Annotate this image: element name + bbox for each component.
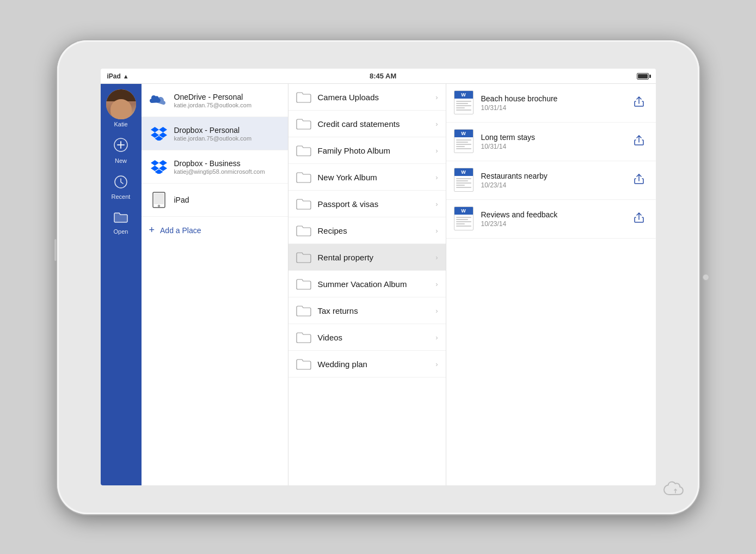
file-info: Long term stays 10/31/14 xyxy=(481,133,630,150)
share-button[interactable] xyxy=(630,210,648,228)
folder-item-videos[interactable]: Videos › xyxy=(288,324,446,351)
chevron-icon: › xyxy=(435,253,438,261)
file-info: Beach house brochure 10/31/14 xyxy=(481,94,630,112)
folder-name: Tax returns xyxy=(318,306,436,315)
chevron-icon: › xyxy=(435,93,438,101)
folder-icon xyxy=(296,278,311,290)
app-area: Katie New xyxy=(101,84,656,485)
sidebar-item-recent[interactable]: Recent xyxy=(101,169,142,205)
folder-item-passport[interactable]: Passport & visas › xyxy=(288,191,446,217)
share-button[interactable] xyxy=(630,133,648,151)
time-display: 8:45 AM xyxy=(370,72,396,80)
file-icon: W xyxy=(454,206,475,232)
home-button[interactable] xyxy=(703,274,709,281)
file-item-restaurants[interactable]: W Restaurants nearby 10/23/14 xyxy=(446,161,656,200)
file-name: Restaurants nearby xyxy=(481,172,630,180)
wifi-icon: ▲ xyxy=(123,73,129,80)
dropbox-business-icon xyxy=(149,157,169,176)
folder-item-wedding[interactable]: Wedding plan › xyxy=(288,351,446,378)
word-header: W xyxy=(454,91,473,99)
folder-name: Rental property xyxy=(318,253,436,262)
open-label: Open xyxy=(114,228,128,235)
onedrive-name: OneDrive - Personal xyxy=(174,93,280,101)
dropbox-personal-icon xyxy=(149,124,169,143)
sidebar-item-new[interactable]: New xyxy=(101,132,142,169)
files-panel: W Beach house brochure 10/31/14 xyxy=(446,84,656,485)
dropbox-personal-email: katie.jordan.75@outlook.com xyxy=(174,135,280,142)
sidebar-item-open[interactable]: Open xyxy=(101,205,142,240)
ipad-place-name: iPad xyxy=(174,196,280,204)
place-ipad[interactable]: iPad xyxy=(142,184,288,217)
chevron-icon: › xyxy=(435,200,438,208)
ipad-device: iPad ▲ 8:45 AM Katie xyxy=(57,40,699,514)
folder-item-rental[interactable]: Rental property › xyxy=(288,244,446,271)
file-name: Long term stays xyxy=(481,133,630,142)
status-left: iPad ▲ xyxy=(107,72,129,80)
place-dropbox-business[interactable]: Dropbox - Business katiej@wingtip58.onmi… xyxy=(142,150,288,184)
folder-item-camera-uploads[interactable]: Camera Uploads › xyxy=(288,84,446,111)
folder-icon xyxy=(296,198,311,210)
dropbox-personal-text: Dropbox - Personal katie.jordan.75@outlo… xyxy=(174,126,280,142)
folder-name: New York Album xyxy=(318,173,436,182)
onedrive-email: katie.jordan.75@outlook.com xyxy=(174,102,280,108)
place-dropbox-personal[interactable]: Dropbox - Personal katie.jordan.75@outlo… xyxy=(142,117,288,150)
ipad-text: iPad xyxy=(174,196,280,204)
folders-panel: Camera Uploads › Credit card statements … xyxy=(288,84,446,485)
share-button[interactable] xyxy=(630,172,648,190)
file-date: 10/31/14 xyxy=(481,104,630,112)
word-header: W xyxy=(454,207,473,215)
side-button[interactable] xyxy=(54,239,57,261)
add-icon: + xyxy=(149,224,155,236)
sidebar: Katie New xyxy=(101,84,142,485)
chevron-icon: › xyxy=(435,280,438,288)
chevron-icon: › xyxy=(435,360,438,368)
folder-icon xyxy=(296,144,311,156)
battery-icon xyxy=(637,73,649,80)
folder-name: Recipes xyxy=(318,226,436,235)
file-name: Reviews and feedback xyxy=(481,210,630,219)
folder-item-new-york[interactable]: New York Album › xyxy=(288,164,446,191)
add-place-label: Add a Place xyxy=(160,226,201,235)
folder-name: Credit card statements xyxy=(318,119,436,129)
file-item-reviews[interactable]: W Reviews and feedback 10/23/14 xyxy=(446,200,656,239)
file-item-long-term[interactable]: W Long term stays 10/31/14 xyxy=(446,123,656,161)
dropbox-business-text: Dropbox - Business katiej@wingtip58.onmi… xyxy=(174,159,280,175)
folder-icon xyxy=(296,331,311,343)
chevron-icon: › xyxy=(435,173,438,181)
open-icon xyxy=(113,211,128,227)
chevron-icon: › xyxy=(435,333,438,342)
folder-icon xyxy=(296,358,311,370)
file-icon: W xyxy=(454,168,475,193)
folder-item-credit-card[interactable]: Credit card statements › xyxy=(288,111,446,137)
onedrive-text: OneDrive - Personal katie.jordan.75@outl… xyxy=(174,93,280,108)
folder-item-family-photo[interactable]: Family Photo Album › xyxy=(288,137,446,164)
file-info: Restaurants nearby 10/23/14 xyxy=(481,172,630,189)
status-right xyxy=(637,73,649,80)
folder-item-recipes[interactable]: Recipes › xyxy=(288,217,446,244)
add-place-button[interactable]: + Add a Place xyxy=(142,217,288,243)
file-info: Reviews and feedback 10/23/14 xyxy=(481,210,630,228)
avatar[interactable] xyxy=(106,89,136,119)
ipad-screen: iPad ▲ 8:45 AM Katie xyxy=(101,69,656,485)
svg-rect-6 xyxy=(154,193,164,204)
new-label: New xyxy=(115,157,127,164)
folder-icon xyxy=(296,91,311,103)
word-header: W xyxy=(454,168,473,176)
folder-item-tax-returns[interactable]: Tax returns › xyxy=(288,297,446,324)
file-item-beach-house[interactable]: W Beach house brochure 10/31/14 xyxy=(446,84,656,123)
user-name-label: Katie xyxy=(114,121,127,127)
avatar-image xyxy=(106,89,136,119)
chevron-icon: › xyxy=(435,227,438,235)
status-bar: iPad ▲ 8:45 AM xyxy=(101,69,656,84)
place-onedrive-personal[interactable]: OneDrive - Personal katie.jordan.75@outl… xyxy=(142,84,288,117)
share-button[interactable] xyxy=(630,94,648,112)
recent-icon xyxy=(114,175,128,192)
recent-label: Recent xyxy=(112,193,131,200)
folder-name: Family Photo Album xyxy=(318,146,436,155)
folder-icon xyxy=(296,224,311,236)
dropbox-personal-name: Dropbox - Personal xyxy=(174,126,280,135)
folder-name: Summer Vacation Album xyxy=(318,279,436,289)
folder-icon xyxy=(296,118,311,130)
chevron-icon: › xyxy=(435,147,438,155)
folder-item-summer-vacation[interactable]: Summer Vacation Album › xyxy=(288,271,446,297)
